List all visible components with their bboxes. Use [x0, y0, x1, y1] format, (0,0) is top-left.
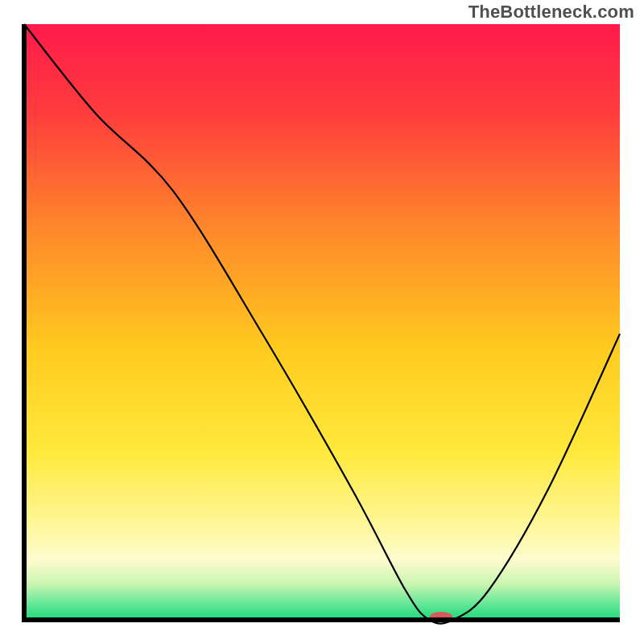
plot-background: [24, 24, 620, 620]
chart-container: TheBottleneck.com: [0, 0, 644, 644]
bottleneck-chart: [0, 0, 644, 644]
